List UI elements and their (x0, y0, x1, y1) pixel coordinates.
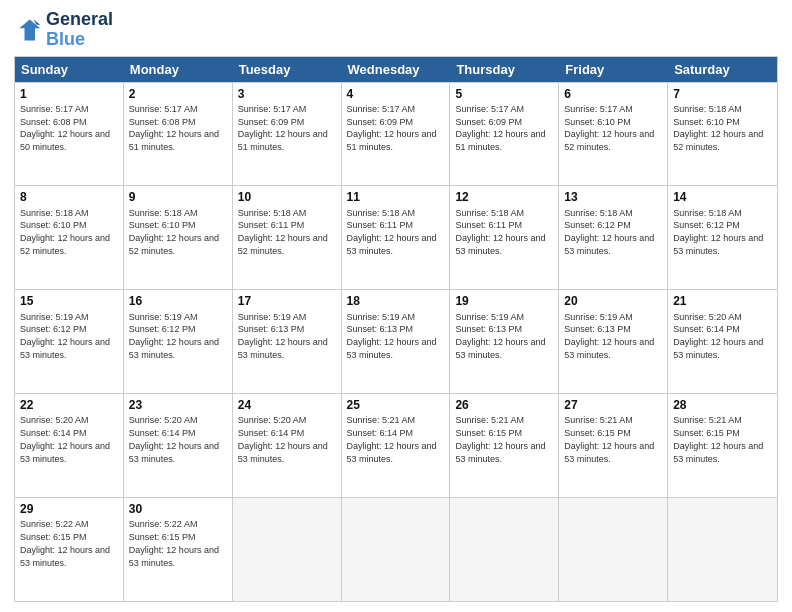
calendar-header-cell: Saturday (668, 57, 777, 82)
calendar-cell: 24Sunrise: 5:20 AMSunset: 6:14 PMDayligh… (233, 394, 342, 497)
calendar-cell: 5Sunrise: 5:17 AMSunset: 6:09 PMDaylight… (450, 83, 559, 186)
day-number: 2 (129, 86, 227, 102)
day-number: 25 (347, 397, 445, 413)
calendar-row: 1Sunrise: 5:17 AMSunset: 6:08 PMDaylight… (15, 82, 777, 186)
cell-info: Sunrise: 5:18 AMSunset: 6:10 PMDaylight:… (20, 208, 110, 256)
calendar-cell: 8Sunrise: 5:18 AMSunset: 6:10 PMDaylight… (15, 186, 124, 289)
calendar-header-cell: Wednesday (342, 57, 451, 82)
day-number: 29 (20, 501, 118, 517)
day-number: 27 (564, 397, 662, 413)
cell-info: Sunrise: 5:17 AMSunset: 6:08 PMDaylight:… (20, 104, 110, 152)
cell-info: Sunrise: 5:18 AMSunset: 6:12 PMDaylight:… (673, 208, 763, 256)
cell-info: Sunrise: 5:19 AMSunset: 6:12 PMDaylight:… (20, 312, 110, 360)
cell-info: Sunrise: 5:22 AMSunset: 6:15 PMDaylight:… (20, 519, 110, 567)
day-number: 11 (347, 189, 445, 205)
cell-info: Sunrise: 5:18 AMSunset: 6:10 PMDaylight:… (673, 104, 763, 152)
calendar-cell: 14Sunrise: 5:18 AMSunset: 6:12 PMDayligh… (668, 186, 777, 289)
day-number: 24 (238, 397, 336, 413)
cell-info: Sunrise: 5:19 AMSunset: 6:13 PMDaylight:… (347, 312, 437, 360)
day-number: 23 (129, 397, 227, 413)
calendar-cell: 30Sunrise: 5:22 AMSunset: 6:15 PMDayligh… (124, 498, 233, 601)
calendar-cell: 10Sunrise: 5:18 AMSunset: 6:11 PMDayligh… (233, 186, 342, 289)
day-number: 5 (455, 86, 553, 102)
calendar-cell: 3Sunrise: 5:17 AMSunset: 6:09 PMDaylight… (233, 83, 342, 186)
cell-info: Sunrise: 5:17 AMSunset: 6:09 PMDaylight:… (347, 104, 437, 152)
calendar-header: SundayMondayTuesdayWednesdayThursdayFrid… (15, 57, 777, 82)
cell-info: Sunrise: 5:18 AMSunset: 6:11 PMDaylight:… (455, 208, 545, 256)
cell-info: Sunrise: 5:18 AMSunset: 6:11 PMDaylight:… (347, 208, 437, 256)
calendar-header-cell: Sunday (15, 57, 124, 82)
calendar-cell: 28Sunrise: 5:21 AMSunset: 6:15 PMDayligh… (668, 394, 777, 497)
cell-info: Sunrise: 5:18 AMSunset: 6:12 PMDaylight:… (564, 208, 654, 256)
day-number: 6 (564, 86, 662, 102)
cell-info: Sunrise: 5:19 AMSunset: 6:12 PMDaylight:… (129, 312, 219, 360)
calendar-cell (559, 498, 668, 601)
day-number: 1 (20, 86, 118, 102)
logo: General Blue (14, 10, 113, 50)
day-number: 26 (455, 397, 553, 413)
cell-info: Sunrise: 5:18 AMSunset: 6:10 PMDaylight:… (129, 208, 219, 256)
calendar-header-cell: Tuesday (233, 57, 342, 82)
cell-info: Sunrise: 5:17 AMSunset: 6:08 PMDaylight:… (129, 104, 219, 152)
cell-info: Sunrise: 5:22 AMSunset: 6:15 PMDaylight:… (129, 519, 219, 567)
cell-info: Sunrise: 5:19 AMSunset: 6:13 PMDaylight:… (238, 312, 328, 360)
calendar-cell: 29Sunrise: 5:22 AMSunset: 6:15 PMDayligh… (15, 498, 124, 601)
calendar-cell: 7Sunrise: 5:18 AMSunset: 6:10 PMDaylight… (668, 83, 777, 186)
cell-info: Sunrise: 5:21 AMSunset: 6:15 PMDaylight:… (673, 415, 763, 463)
page: General Blue SundayMondayTuesdayWednesda… (0, 0, 792, 612)
cell-info: Sunrise: 5:19 AMSunset: 6:13 PMDaylight:… (455, 312, 545, 360)
calendar-body: 1Sunrise: 5:17 AMSunset: 6:08 PMDaylight… (15, 82, 777, 601)
cell-info: Sunrise: 5:21 AMSunset: 6:14 PMDaylight:… (347, 415, 437, 463)
calendar-row: 22Sunrise: 5:20 AMSunset: 6:14 PMDayligh… (15, 393, 777, 497)
cell-info: Sunrise: 5:20 AMSunset: 6:14 PMDaylight:… (673, 312, 763, 360)
calendar-cell: 19Sunrise: 5:19 AMSunset: 6:13 PMDayligh… (450, 290, 559, 393)
calendar-cell: 13Sunrise: 5:18 AMSunset: 6:12 PMDayligh… (559, 186, 668, 289)
cell-info: Sunrise: 5:17 AMSunset: 6:10 PMDaylight:… (564, 104, 654, 152)
calendar-cell: 4Sunrise: 5:17 AMSunset: 6:09 PMDaylight… (342, 83, 451, 186)
calendar-cell: 25Sunrise: 5:21 AMSunset: 6:14 PMDayligh… (342, 394, 451, 497)
header: General Blue (14, 10, 778, 50)
calendar-header-cell: Monday (124, 57, 233, 82)
day-number: 8 (20, 189, 118, 205)
calendar-cell: 21Sunrise: 5:20 AMSunset: 6:14 PMDayligh… (668, 290, 777, 393)
day-number: 15 (20, 293, 118, 309)
day-number: 14 (673, 189, 772, 205)
cell-info: Sunrise: 5:21 AMSunset: 6:15 PMDaylight:… (455, 415, 545, 463)
day-number: 28 (673, 397, 772, 413)
day-number: 30 (129, 501, 227, 517)
day-number: 4 (347, 86, 445, 102)
day-number: 22 (20, 397, 118, 413)
cell-info: Sunrise: 5:20 AMSunset: 6:14 PMDaylight:… (129, 415, 219, 463)
calendar-cell: 23Sunrise: 5:20 AMSunset: 6:14 PMDayligh… (124, 394, 233, 497)
day-number: 19 (455, 293, 553, 309)
calendar-row: 29Sunrise: 5:22 AMSunset: 6:15 PMDayligh… (15, 497, 777, 601)
cell-info: Sunrise: 5:19 AMSunset: 6:13 PMDaylight:… (564, 312, 654, 360)
cell-info: Sunrise: 5:18 AMSunset: 6:11 PMDaylight:… (238, 208, 328, 256)
day-number: 16 (129, 293, 227, 309)
day-number: 7 (673, 86, 772, 102)
calendar-cell: 22Sunrise: 5:20 AMSunset: 6:14 PMDayligh… (15, 394, 124, 497)
calendar-cell: 9Sunrise: 5:18 AMSunset: 6:10 PMDaylight… (124, 186, 233, 289)
calendar-row: 8Sunrise: 5:18 AMSunset: 6:10 PMDaylight… (15, 185, 777, 289)
day-number: 9 (129, 189, 227, 205)
calendar-header-cell: Thursday (450, 57, 559, 82)
logo-icon (14, 16, 42, 44)
calendar-header-cell: Friday (559, 57, 668, 82)
calendar-cell (233, 498, 342, 601)
calendar-cell: 1Sunrise: 5:17 AMSunset: 6:08 PMDaylight… (15, 83, 124, 186)
calendar-cell: 18Sunrise: 5:19 AMSunset: 6:13 PMDayligh… (342, 290, 451, 393)
calendar-cell: 12Sunrise: 5:18 AMSunset: 6:11 PMDayligh… (450, 186, 559, 289)
calendar-row: 15Sunrise: 5:19 AMSunset: 6:12 PMDayligh… (15, 289, 777, 393)
logo-text: General Blue (46, 10, 113, 50)
day-number: 17 (238, 293, 336, 309)
calendar-cell: 27Sunrise: 5:21 AMSunset: 6:15 PMDayligh… (559, 394, 668, 497)
cell-info: Sunrise: 5:17 AMSunset: 6:09 PMDaylight:… (238, 104, 328, 152)
cell-info: Sunrise: 5:20 AMSunset: 6:14 PMDaylight:… (20, 415, 110, 463)
cell-info: Sunrise: 5:20 AMSunset: 6:14 PMDaylight:… (238, 415, 328, 463)
calendar-cell: 6Sunrise: 5:17 AMSunset: 6:10 PMDaylight… (559, 83, 668, 186)
day-number: 20 (564, 293, 662, 309)
day-number: 10 (238, 189, 336, 205)
calendar-cell: 20Sunrise: 5:19 AMSunset: 6:13 PMDayligh… (559, 290, 668, 393)
calendar-cell: 26Sunrise: 5:21 AMSunset: 6:15 PMDayligh… (450, 394, 559, 497)
calendar-cell: 16Sunrise: 5:19 AMSunset: 6:12 PMDayligh… (124, 290, 233, 393)
